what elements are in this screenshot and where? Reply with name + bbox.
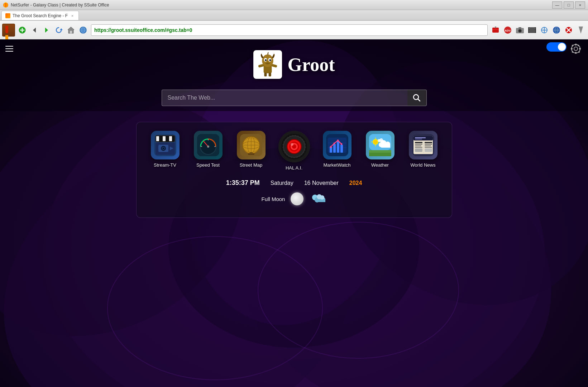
app-item-street-map[interactable]: Street Map (233, 131, 269, 168)
svg-rect-159 (415, 145, 421, 146)
svg-rect-32 (535, 30, 535, 30)
stop-button[interactable] (563, 24, 574, 36)
more-button[interactable] (575, 24, 587, 36)
svg-rect-58 (571, 48, 573, 49)
active-tab[interactable]: The Groot Search Engine - F × (1, 11, 79, 20)
svg-point-70 (266, 61, 269, 63)
main-content: Groot (0, 39, 588, 387)
svg-rect-82 (163, 136, 166, 141)
svg-rect-71 (264, 73, 267, 77)
home-button[interactable] (65, 24, 77, 36)
title-bar: NetSurfer - Galaxy Class | Created by SS… (0, 0, 588, 10)
weather-condition-icon (309, 191, 326, 207)
url-bar[interactable]: https://groot.ssuiteoffice.com/#gsc.tab=… (91, 24, 488, 36)
svg-point-139 (373, 140, 378, 144)
svg-rect-62 (572, 51, 574, 53)
maximize-button[interactable]: □ (564, 1, 574, 9)
reload-button[interactable] (53, 24, 64, 36)
svg-marker-8 (60, 28, 63, 30)
svg-rect-150 (379, 140, 383, 142)
globe-button[interactable] (77, 24, 89, 36)
title-text: NetSurfer - Galaxy Class | Created by SS… (3, 2, 109, 8)
settings-button[interactable] (569, 42, 582, 55)
svg-rect-74 (271, 64, 277, 68)
camera-button[interactable] (514, 24, 526, 36)
svg-rect-127 (337, 141, 339, 153)
network-button[interactable] (551, 24, 562, 36)
svg-rect-161 (415, 148, 422, 152)
app-item-world-news[interactable]: World News (405, 131, 441, 168)
svg-rect-31 (535, 28, 535, 29)
forward-button[interactable] (41, 24, 52, 36)
svg-text:ADV: ADV (505, 29, 511, 32)
hamburger-line-3 (5, 51, 13, 52)
app-item-marketwatch[interactable]: MarketWatch (319, 131, 355, 168)
app-icon-stream-tv (151, 131, 180, 159)
svg-point-98 (207, 145, 209, 148)
svg-rect-63 (578, 51, 580, 53)
svg-point-68 (265, 59, 267, 61)
groot-logo-icon (253, 50, 282, 79)
svg-rect-16 (492, 28, 499, 33)
bookmarks-icon (5, 26, 12, 34)
adv-button[interactable]: ADV (502, 24, 513, 36)
search-input[interactable] (162, 90, 407, 106)
app-item-stream-tv[interactable]: Stream-TV (147, 131, 183, 168)
svg-rect-56 (575, 44, 577, 46)
svg-rect-17 (495, 27, 496, 28)
svg-rect-163 (425, 144, 432, 145)
tab-label: The Groot Search Engine - F (13, 13, 68, 18)
app-label-world-news: World News (411, 162, 436, 168)
svg-point-120 (291, 143, 293, 146)
app-icon-speed-test (194, 131, 223, 159)
svg-point-131 (337, 140, 339, 142)
svg-line-76 (418, 99, 420, 101)
svg-point-90 (163, 148, 164, 149)
svg-rect-166 (425, 148, 432, 152)
browser-toolbar: https://groot.ssuiteoffice.com/#gsc.tab=… (0, 21, 588, 39)
svg-rect-126 (333, 144, 336, 153)
tab-bar: The Groot Search Engine - F × (0, 10, 588, 21)
info-bar: 1:35:37 PM Saturday 16 November 2024 (147, 179, 441, 187)
window-controls: — □ × (552, 1, 585, 9)
red-pin-button[interactable] (490, 24, 501, 36)
svg-rect-147 (381, 144, 390, 148)
back-button[interactable] (29, 24, 40, 36)
svg-rect-10 (70, 31, 72, 33)
app-icon-marketwatch (323, 131, 352, 159)
svg-rect-29 (529, 30, 530, 30)
svg-rect-164 (425, 145, 431, 146)
app-item-weather[interactable]: Weather (362, 131, 398, 168)
minimize-button[interactable]: — (552, 1, 562, 9)
logo-area: Groot (253, 50, 335, 79)
svg-rect-158 (415, 144, 422, 145)
tools-button[interactable] (539, 24, 550, 36)
app-label-weather: Weather (371, 162, 389, 168)
date-year: 2024 (349, 180, 362, 186)
hamburger-line-1 (5, 46, 13, 47)
app-item-hal-ai[interactable]: HAL A.I. (276, 131, 312, 171)
close-button[interactable]: × (575, 1, 585, 9)
svg-marker-6 (33, 28, 36, 33)
add-bookmark-button[interactable] (16, 24, 28, 36)
svg-point-54 (574, 47, 578, 51)
toggle-switch[interactable] (546, 42, 567, 52)
svg-rect-108 (250, 152, 253, 154)
app-item-speed-test[interactable]: Speed Test (190, 131, 226, 168)
svg-rect-80 (156, 136, 159, 141)
bookmarks-button[interactable] (2, 24, 15, 37)
tab-close-button[interactable]: × (70, 13, 75, 18)
app-label-speed-test: Speed Test (196, 162, 220, 168)
film-button[interactable] (526, 24, 538, 36)
menu-button[interactable] (3, 42, 16, 55)
app-icon-hal-ai (278, 131, 310, 162)
app-icon-world-news (409, 131, 438, 159)
toggle-knob (558, 43, 566, 51)
svg-rect-30 (529, 32, 530, 32)
search-button[interactable] (407, 90, 427, 106)
svg-rect-160 (415, 147, 422, 148)
app-icon-street-map (237, 131, 266, 159)
svg-rect-84 (169, 136, 172, 141)
svg-rect-59 (579, 48, 581, 49)
svg-point-69 (269, 59, 271, 61)
